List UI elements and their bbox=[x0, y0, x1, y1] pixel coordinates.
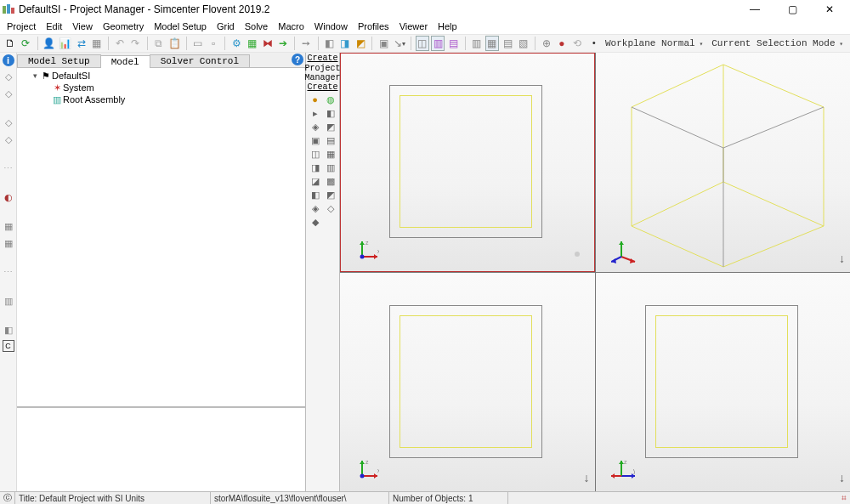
workplane-dropdown[interactable]: Workplane Normal bbox=[602, 38, 706, 48]
viewport-top-left[interactable]: x z bbox=[340, 53, 595, 272]
cg-3-icon[interactable]: ◈ bbox=[309, 121, 322, 133]
strip-icon-2[interactable]: ◇ bbox=[2, 87, 15, 100]
cg-5-icon[interactable]: ▣ bbox=[309, 134, 322, 146]
selection-mode-dropdown[interactable]: Current Selection Mode bbox=[708, 38, 847, 48]
cg-6-icon[interactable]: ▤ bbox=[324, 134, 337, 146]
down-arrow-icon[interactable]: ↓ bbox=[584, 471, 590, 484]
strip-icon-3[interactable]: ◇ bbox=[2, 116, 15, 129]
tb-undo-icon[interactable]: ↶ bbox=[113, 36, 127, 51]
tb-shade2-icon[interactable]: ▥ bbox=[431, 36, 445, 51]
tb-lay2-icon[interactable]: ▤ bbox=[501, 36, 514, 51]
menu-model-setup[interactable]: Model Setup bbox=[149, 20, 212, 32]
viewport-bottom-right[interactable]: y z ↓ bbox=[596, 273, 851, 492]
cg-15-icon[interactable]: ◈ bbox=[309, 202, 322, 214]
strip-icon-10[interactable]: ▥ bbox=[2, 294, 15, 308]
menu-help[interactable]: Help bbox=[433, 20, 462, 32]
tb-refresh-icon[interactable]: ⟲ bbox=[570, 36, 584, 51]
cg-10-icon[interactable]: ▥ bbox=[324, 161, 337, 173]
collapse-icon[interactable]: ▾ bbox=[31, 71, 40, 80]
cg-7-icon[interactable]: ◫ bbox=[309, 148, 322, 160]
strip-icon-5[interactable]: ⋯ bbox=[2, 161, 15, 175]
help-icon[interactable]: ? bbox=[292, 54, 303, 65]
tree-root[interactable]: ▾ ⚑ DefaultSI bbox=[20, 70, 302, 82]
cg-1-icon[interactable]: ▸ bbox=[309, 107, 322, 119]
menu-viewer[interactable]: Viewer bbox=[394, 20, 433, 32]
tb-arrow-icon[interactable]: ➙ bbox=[299, 36, 313, 51]
tb-record-icon[interactable]: ● bbox=[555, 36, 569, 51]
down-arrow-icon[interactable]: ↓ bbox=[839, 252, 845, 265]
strip-icon-11[interactable]: ◧ bbox=[2, 323, 15, 337]
cg-12-icon[interactable]: ▩ bbox=[324, 175, 337, 187]
model-tree[interactable]: ▾ ⚑ DefaultSI ✶ System ▥ Root Assembly bbox=[17, 68, 305, 406]
tb-shade3-icon[interactable]: ▤ bbox=[446, 36, 460, 51]
tab-solver-control[interactable]: Solver Control bbox=[150, 54, 250, 67]
cg-13-icon[interactable]: ◧ bbox=[309, 189, 322, 201]
cg-4-icon[interactable]: ◩ bbox=[324, 121, 337, 133]
tb-chart-icon[interactable]: 📊 bbox=[58, 36, 72, 51]
menu-project[interactable]: Project bbox=[2, 20, 41, 32]
down-arrow-icon[interactable]: ↓ bbox=[839, 471, 845, 484]
close-button[interactable]: ✕ bbox=[811, 0, 848, 19]
cg-16-icon[interactable]: ◇ bbox=[324, 202, 337, 214]
tb-mesh-icon[interactable]: ▦ bbox=[245, 36, 258, 51]
tb-user-icon[interactable]: 👤 bbox=[42, 36, 56, 51]
tb-transfer-icon[interactable]: ⇄ bbox=[74, 36, 88, 51]
tb-redo-icon[interactable]: ↷ bbox=[128, 36, 142, 51]
tb-cube3-icon[interactable]: ◩ bbox=[354, 36, 367, 51]
tb-cube1-icon[interactable]: ◧ bbox=[322, 36, 336, 51]
viewport-bottom-left[interactable]: x z ↓ bbox=[340, 273, 595, 492]
cg-17-icon[interactable]: ◆ bbox=[309, 216, 322, 228]
tb-lay3-icon[interactable]: ▧ bbox=[516, 36, 530, 51]
maximize-button[interactable]: ▢ bbox=[774, 0, 811, 19]
tab-model-setup[interactable]: Model Setup bbox=[17, 54, 101, 67]
tab-model[interactable]: Model bbox=[100, 55, 150, 68]
strip-icon-6[interactable]: ◐ bbox=[2, 190, 15, 204]
menu-geometry[interactable]: Geometry bbox=[98, 20, 149, 32]
tb-paste-icon[interactable]: 📋 bbox=[167, 36, 182, 51]
cg-14-icon[interactable]: ◩ bbox=[324, 189, 337, 201]
tb-lay4-icon[interactable]: ▦ bbox=[485, 36, 499, 51]
tree-root-assembly[interactable]: ▥ Root Assembly bbox=[20, 93, 302, 105]
strip-icon-12[interactable]: C bbox=[3, 340, 14, 352]
strip-icon-1[interactable]: ◇ bbox=[2, 70, 15, 83]
tb-open-icon[interactable]: ⟳ bbox=[19, 36, 32, 51]
tb-target-icon[interactable]: ⊕ bbox=[540, 36, 553, 51]
tb-box-icon[interactable]: ▭ bbox=[191, 36, 205, 51]
cg-sphere-icon[interactable]: ● bbox=[309, 93, 322, 105]
menu-macro[interactable]: Macro bbox=[273, 20, 309, 32]
viewport-top-right[interactable]: ↓ bbox=[596, 53, 851, 272]
tb-lay1-icon[interactable]: ▥ bbox=[469, 36, 483, 51]
tb-run-icon[interactable]: ⧓ bbox=[261, 36, 275, 51]
tree-system[interactable]: ✶ System bbox=[20, 82, 302, 93]
message-panel[interactable] bbox=[17, 406, 305, 491]
tb-settings-icon[interactable]: ⚙ bbox=[230, 36, 243, 51]
strip-icon-9[interactable]: ⋯ bbox=[2, 265, 15, 279]
create-label-3[interactable]: Create bbox=[307, 82, 337, 92]
tb-copy-icon[interactable]: ⧉ bbox=[151, 36, 165, 51]
tb-shade1-icon[interactable]: ◫ bbox=[416, 36, 429, 51]
cg-shape-icon[interactable]: ◍ bbox=[324, 93, 337, 105]
menu-edit[interactable]: Edit bbox=[41, 20, 67, 32]
menu-profiles[interactable]: Profiles bbox=[353, 20, 394, 32]
tb-grid-icon[interactable]: ▦ bbox=[90, 36, 104, 51]
create-header[interactable]: Create bbox=[306, 53, 339, 64]
strip-icon-8[interactable]: ▦ bbox=[2, 236, 15, 250]
cg-11-icon[interactable]: ◪ bbox=[309, 175, 322, 187]
menu-view[interactable]: View bbox=[67, 20, 98, 32]
cg-9-icon[interactable]: ◨ bbox=[309, 161, 322, 173]
tb-wire-icon[interactable]: ▣ bbox=[377, 36, 390, 51]
menu-grid[interactable]: Grid bbox=[212, 20, 240, 32]
strip-info-icon[interactable]: i bbox=[3, 54, 14, 66]
cg-2-icon[interactable]: ◧ bbox=[324, 107, 337, 119]
strip-icon-7[interactable]: ▦ bbox=[2, 219, 15, 233]
tb-cube2-icon[interactable]: ◨ bbox=[338, 36, 352, 51]
status-icon[interactable]: ⓒ bbox=[0, 492, 15, 504]
menu-window[interactable]: Window bbox=[309, 20, 353, 32]
tb-new-icon[interactable]: 🗋 bbox=[3, 36, 17, 51]
tb-point-icon[interactable]: ▫ bbox=[207, 36, 220, 51]
menu-solve[interactable]: Solve bbox=[240, 20, 274, 32]
cg-8-icon[interactable]: ▦ bbox=[324, 148, 337, 160]
strip-icon-4[interactable]: ◇ bbox=[2, 133, 15, 146]
tb-scale-dropdown[interactable]: ↘ bbox=[392, 36, 405, 51]
minimize-button[interactable]: — bbox=[736, 0, 774, 19]
